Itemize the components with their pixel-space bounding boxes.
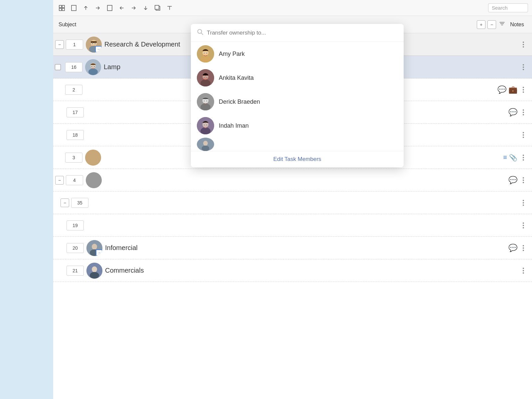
- svg-point-16: [95, 43, 95, 44]
- row-number: 1: [66, 40, 83, 50]
- nav-arrow-icon[interactable]: →: [96, 249, 102, 256]
- svg-point-37: [200, 56, 210, 63]
- search-box: Search: [488, 3, 528, 12]
- svg-point-24: [91, 66, 92, 66]
- row-more-button[interactable]: [520, 87, 527, 93]
- avatar: →: [86, 37, 102, 53]
- svg-point-69: [201, 146, 209, 151]
- row-number: 2: [65, 85, 82, 95]
- row-number: 4: [66, 175, 83, 185]
- avatar: [85, 150, 101, 166]
- grid-icon[interactable]: [57, 3, 66, 13]
- user-option-derick[interactable]: Derick Braeden: [191, 90, 404, 114]
- edit-task-members-button[interactable]: Edit Task Members: [191, 151, 404, 167]
- text-icon[interactable]: [165, 3, 174, 13]
- chat-icon: 💬: [508, 244, 517, 252]
- avatar: →: [86, 240, 102, 256]
- row-checkbox: [55, 62, 61, 72]
- collapse-button[interactable]: −: [61, 199, 69, 207]
- transfer-ownership-input[interactable]: [207, 30, 398, 36]
- row-number: 20: [66, 243, 84, 253]
- svg-point-29: [92, 244, 97, 250]
- svg-point-58: [206, 100, 207, 101]
- up-arrow-icon[interactable]: [81, 3, 90, 13]
- content-area: Search Subject + − Notes − 1: [53, 0, 532, 399]
- row-number: 21: [66, 266, 84, 276]
- row-number: 17: [66, 107, 84, 117]
- table-row: − 4 💬: [53, 169, 532, 192]
- transfer-ownership-dropdown: Amy Park: [191, 24, 404, 167]
- row-more-button[interactable]: [520, 109, 527, 115]
- avatar: [85, 59, 101, 75]
- svg-point-32: [92, 266, 97, 272]
- row-number: 35: [71, 198, 88, 208]
- collapse-button[interactable]: −: [55, 176, 64, 185]
- table-row: − 35: [53, 192, 532, 214]
- row-more-button[interactable]: [520, 268, 527, 274]
- row-number: 3: [65, 153, 82, 163]
- user-option-amy[interactable]: Amy Park: [191, 42, 404, 66]
- collapse-button[interactable]: −: [55, 40, 64, 49]
- row-icons: 💬: [508, 108, 517, 117]
- search-icon: [197, 29, 203, 37]
- square2-icon[interactable]: [105, 3, 114, 13]
- row-icons: 💬: [508, 244, 517, 252]
- svg-point-61: [200, 127, 210, 134]
- row-more-button[interactable]: [520, 64, 527, 70]
- avatar: [197, 138, 214, 151]
- row-number: 19: [66, 220, 84, 230]
- dropdown-search-area: [191, 24, 404, 42]
- row-more-button[interactable]: [520, 245, 527, 251]
- row-more-button[interactable]: [520, 222, 527, 228]
- row-number: 18: [66, 130, 84, 140]
- left-panel: [0, 0, 53, 399]
- svg-point-11: [91, 40, 97, 47]
- add-row-button[interactable]: +: [477, 20, 485, 29]
- svg-point-53: [200, 103, 210, 110]
- svg-rect-2: [59, 8, 62, 11]
- copy-icon[interactable]: [153, 3, 162, 13]
- row-more-button[interactable]: [520, 200, 527, 206]
- row-icons: 💬: [508, 176, 517, 185]
- left-arrow-icon[interactable]: [117, 3, 126, 13]
- toolbar: Search: [53, 0, 532, 16]
- avatar: [86, 263, 102, 279]
- svg-point-49: [204, 76, 205, 77]
- row-number: 16: [65, 62, 82, 72]
- svg-point-27: [86, 172, 102, 188]
- table-row: 21 Commercials: [53, 259, 532, 282]
- chat-icon: 💬: [508, 108, 517, 117]
- row-more-button[interactable]: [520, 132, 527, 138]
- table-row: 19: [53, 214, 532, 237]
- row-more-button[interactable]: [520, 42, 527, 48]
- user-option-partial[interactable]: [191, 138, 404, 151]
- avatar: [86, 172, 102, 188]
- user-name: Amy Park: [219, 51, 245, 58]
- square-icon[interactable]: [69, 3, 78, 13]
- row-icons: 💬 💼: [497, 85, 517, 94]
- svg-point-15: [92, 43, 93, 44]
- svg-rect-4: [71, 5, 76, 11]
- nav-arrow-icon[interactable]: →: [95, 46, 102, 53]
- svg-rect-3: [62, 8, 65, 11]
- user-name: Ankita Kavita: [219, 74, 254, 81]
- row-more-button[interactable]: [520, 155, 527, 161]
- row-title: Infomercial: [105, 244, 508, 252]
- row-more-button[interactable]: [520, 177, 527, 183]
- svg-rect-1: [62, 5, 65, 8]
- user-option-indah[interactable]: Indah Iman: [191, 114, 404, 138]
- filter-icon[interactable]: [499, 21, 505, 28]
- row-title: Commercials: [105, 267, 313, 274]
- svg-point-66: [206, 124, 207, 125]
- svg-point-42: [206, 53, 207, 54]
- right-arrow-icon[interactable]: [93, 3, 102, 13]
- svg-point-26: [85, 150, 101, 166]
- chat-icon: 💬: [497, 85, 506, 94]
- remove-row-button[interactable]: −: [487, 20, 496, 29]
- svg-point-41: [204, 53, 205, 54]
- user-option-ankita[interactable]: Ankita Kavita: [191, 66, 404, 90]
- avatar: [197, 45, 214, 63]
- down-arrow-icon[interactable]: [141, 3, 150, 13]
- header-icons: + −: [477, 20, 505, 29]
- right-arrow2-icon[interactable]: [129, 3, 138, 13]
